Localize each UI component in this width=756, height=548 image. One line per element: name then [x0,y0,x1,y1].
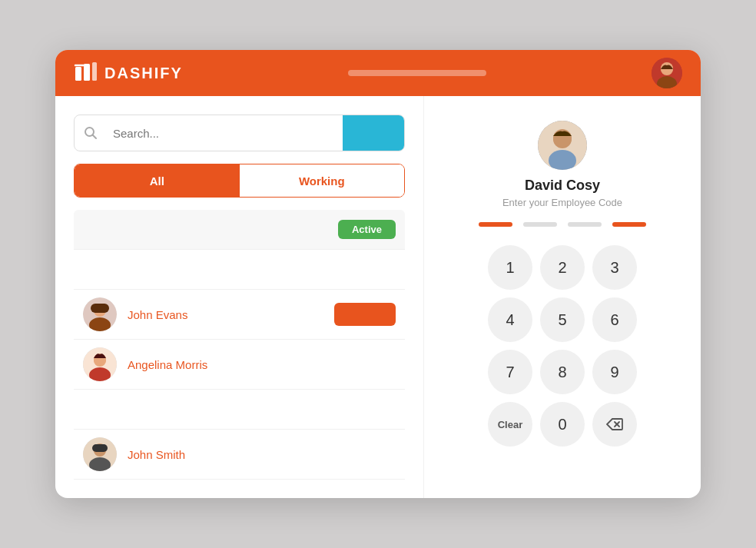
empty-row-1 [74,250,405,290]
logo: DASHIFY [74,61,183,85]
logo-text: DASHIFY [104,65,183,82]
header: DASHIFY [55,50,701,96]
search-bar [74,115,405,151]
right-panel: David Cosy Enter your Employee Code 1 2 … [424,96,701,498]
profile-avatar [538,121,587,170]
main-content: All Working Active [55,96,701,498]
employee-name: Angelina Morris [128,358,207,371]
search-input[interactable] [107,115,343,151]
key-1[interactable]: 1 [488,245,532,290]
header-search-bar [348,70,486,76]
header-avatar[interactable] [652,58,682,88]
pin-dot-3 [568,222,602,227]
app-window: DASHIFY [55,50,701,498]
key-clear[interactable]: Clear [488,402,532,447]
profile-subtitle: Enter your Employee Code [502,197,622,208]
numpad: 1 2 3 4 5 6 7 8 9 Clear 0 [488,245,637,447]
employee-avatar [83,297,117,331]
svg-rect-1 [84,64,90,81]
list-item: Angelina Morris [74,340,405,390]
key-8[interactable]: 8 [540,350,585,394]
list-item: John Evans [74,290,405,340]
empty-row-2 [74,390,405,430]
svg-line-8 [93,135,97,139]
active-row: Active [74,210,405,250]
pin-dot-4 [612,222,646,227]
svg-rect-22 [92,444,108,452]
key-3[interactable]: 3 [592,245,637,290]
header-center [183,70,652,76]
key-7[interactable]: 7 [488,350,532,394]
tab-all[interactable]: All [75,164,240,197]
pin-dot-1 [479,222,512,227]
left-panel: All Working Active [55,96,424,498]
key-5[interactable]: 5 [540,297,585,342]
key-0[interactable]: 0 [540,402,585,447]
active-badge: Active [338,220,396,239]
employee-status-button[interactable] [334,303,396,326]
employee-list: Active John Evans [74,210,405,480]
pin-indicator [479,222,646,227]
employee-name: John Smith [128,448,185,461]
svg-rect-13 [91,304,109,313]
key-6[interactable]: 6 [592,297,637,342]
employee-name: John Evans [128,308,187,321]
list-item: John Smith [74,430,405,480]
profile-name: David Cosy [525,178,600,194]
search-button[interactable] [343,115,404,151]
employee-avatar [83,347,117,381]
key-delete[interactable] [592,402,637,447]
svg-rect-2 [92,62,97,81]
key-9[interactable]: 9 [592,350,637,394]
svg-rect-0 [75,67,81,81]
key-4[interactable]: 4 [488,297,532,342]
pin-dot-2 [523,222,557,227]
search-icon [75,126,107,140]
filter-tabs: All Working [74,164,405,198]
employee-avatar [83,437,117,471]
key-2[interactable]: 2 [540,245,585,290]
tab-working[interactable]: Working [240,164,405,197]
logo-icon [74,61,98,85]
